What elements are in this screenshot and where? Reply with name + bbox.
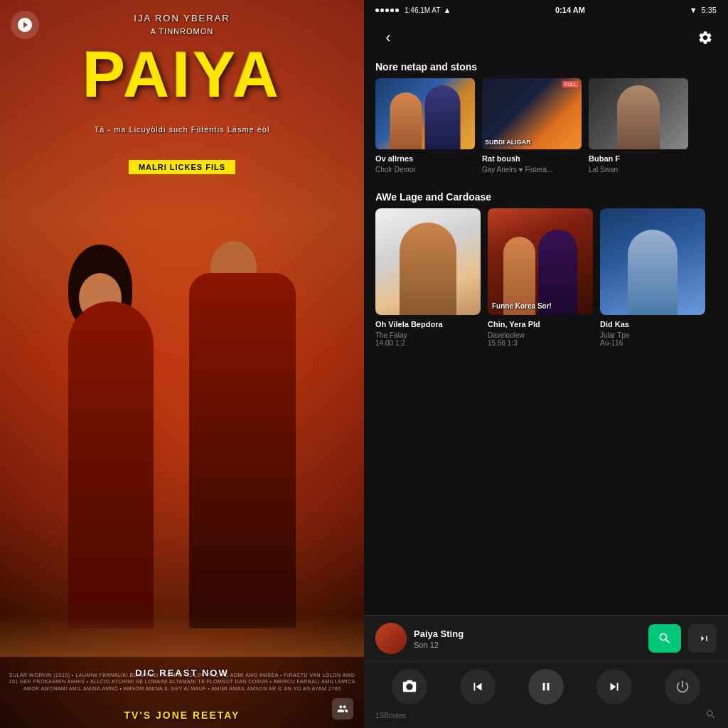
now-playing-avatar (375, 623, 407, 654)
large-title-3: Did Kas (600, 319, 705, 329)
movies-row-1: Ov allrnes Cholr Demor SUBDI ALIGAR FULL… (364, 78, 728, 183)
wifi-icon: ▲ (443, 6, 451, 14)
poster-couple-art (33, 216, 331, 628)
poster-badge: MALRI LICKES FILS (129, 160, 235, 174)
large-rating-2: 15.56 1:3 (488, 339, 593, 347)
large-card-2[interactable]: Funne Korea Sor! Chin, Yera Pld Davelool… (488, 208, 593, 346)
controls-row (375, 669, 717, 705)
now-search-button[interactable] (648, 624, 681, 653)
signal-dot-5 (395, 9, 399, 12)
now-playing-info: Paiya Sting Son 12 (414, 628, 641, 649)
signal-dot-4 (390, 9, 394, 12)
movie-meta-2: Gay Arielrs ♥ Fistera... (482, 165, 582, 174)
nav-right-icons (694, 26, 717, 49)
thumb-label-2: SUBDI ALIGAR (485, 139, 579, 146)
large-meta-1: The Falay (375, 331, 481, 339)
movie-thumb-2: SUBDI ALIGAR FULL (482, 78, 582, 149)
now-next-button[interactable] (688, 624, 717, 653)
signal-bars-icon: ▼ (690, 6, 697, 14)
signal-dot-3 (385, 9, 389, 12)
movie-title-1: Ov allrnes (375, 154, 475, 164)
movie-card-1[interactable]: Ov allrnes Cholr Demor (375, 78, 475, 174)
lthumb-text-2: Funne Korea Sor! (492, 301, 589, 311)
poster-credits: SULAR WORKIN (2010) • LAUMIW FARNALIKI B… (7, 672, 357, 692)
large-card-3[interactable]: Did Kas Jular Tpe Au-116 (600, 208, 705, 346)
poster-tagline: Tä - ma Licuyöldi such Fiiténtis Läsme é… (14, 124, 350, 135)
section2-title: AWe Lage and Cardoase (364, 186, 728, 208)
poster-social-icon (332, 698, 353, 719)
fast-forward-button[interactable] (596, 669, 632, 705)
large-thumb-1 (375, 208, 481, 315)
movie-meta-3: Lal Swan (589, 165, 688, 174)
movie-thumb-1 (375, 78, 475, 149)
back-button[interactable]: ‹ (375, 25, 401, 50)
poster-top-text: IJA RON YBERAR (0, 13, 364, 23)
power-button[interactable] (665, 669, 700, 705)
movie-title-3: Buban F (589, 154, 688, 164)
poster-footer: TV'S JONE REETAY (0, 710, 364, 721)
camera-button[interactable] (392, 669, 427, 705)
now-playing-title: Paiya Sting (414, 628, 641, 639)
movie-card-3[interactable]: Buban F Lal Swan (589, 78, 688, 174)
settings-icon[interactable] (694, 26, 717, 49)
large-card-1[interactable]: Oh Vilela Bepdora The Falay 14.00 1:2 (375, 208, 481, 346)
large-thumb-3 (600, 208, 705, 315)
signal-dot-1 (375, 9, 379, 12)
status-left: 1:46,1M AT ▲ (375, 6, 451, 14)
large-title-1: Oh Vilela Bepdora (375, 319, 481, 329)
nav-bar: ‹ (364, 20, 728, 55)
bottom-search-icon[interactable] (705, 709, 717, 722)
large-meta-3: Jular Tpe (600, 331, 705, 339)
large-rating-3: Au-116 (600, 339, 705, 347)
large-thumb-2: Funne Korea Sor! (488, 208, 593, 315)
poster-title: PAIYA (0, 43, 364, 107)
battery-level: 5:35 (702, 6, 717, 14)
large-rating-1: 14.00 1:2 (375, 339, 481, 347)
movie-meta-1: Cholr Demor (375, 165, 475, 174)
large-cards-row: Oh Vilela Bepdora The Falay 14.00 1:2 Fu… (364, 208, 728, 353)
status-bar: 1:46,1M AT ▲ 0:14 AM ▼ 5:35 (364, 0, 728, 20)
app-panel: 1:46,1M AT ▲ 0:14 AM ▼ 5:35 ‹ Nore netap… (364, 0, 728, 728)
status-right: ▼ 5:35 (690, 6, 717, 14)
movie-title-2: Rat boush (482, 154, 582, 164)
rewind-button[interactable] (460, 669, 496, 705)
bottom-label: 1SBootes (375, 712, 406, 719)
now-playing-bar: Paiya Sting Son 12 (364, 615, 728, 661)
large-title-2: Chin, Yera Pld (488, 319, 593, 329)
status-time: 0:14 AM (555, 6, 585, 14)
movie-card-2[interactable]: SUBDI ALIGAR FULL Rat boush Gay Arielrs … (482, 78, 582, 174)
section1-title: Nore netap and stons (364, 55, 728, 78)
large-meta-2: Daveloolew (488, 331, 593, 339)
play-pause-button[interactable] (528, 669, 564, 705)
signal-indicator (375, 9, 399, 12)
bottom-controls: 1SBootes (364, 661, 728, 728)
thumb-badge-2: FULL (562, 81, 579, 87)
now-playing-subtitle: Son 12 (414, 641, 641, 649)
carrier-text: 1:46,1M AT (405, 6, 440, 14)
poster-subtitle: A TINNROMON (0, 27, 364, 36)
movie-thumb-3 (589, 78, 688, 149)
movie-poster: IJA RON YBERAR A TINNROMON PAIYA Tä - ma… (0, 0, 364, 728)
signal-dot-2 (380, 9, 384, 12)
